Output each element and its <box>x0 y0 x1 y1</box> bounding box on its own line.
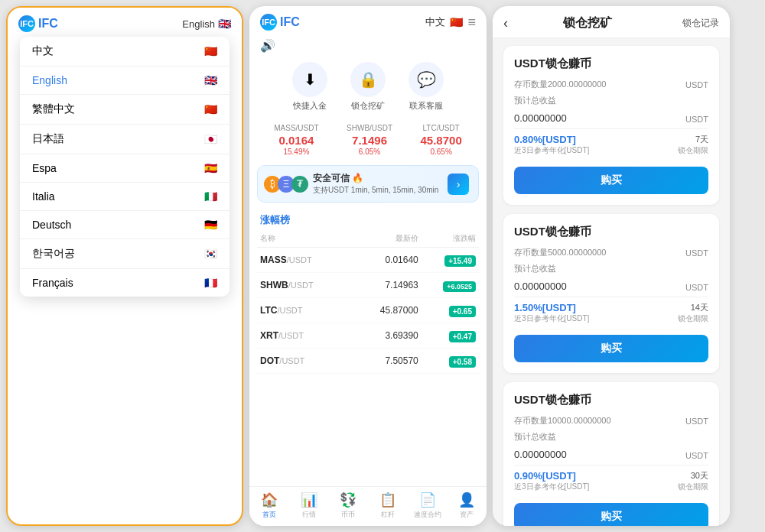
lock-days-block-1: 7天 锁仓期限 <box>678 134 708 156</box>
phone2-bottom-nav: 🏠 首页 📊 行情 💱 币币 📋 杠杆 📄 速度合约 <box>249 486 487 526</box>
dropdown-item-english[interactable]: English 🇬🇧 <box>20 66 230 95</box>
dropdown-item-italian[interactable]: Italia 🇮🇹 <box>20 183 230 211</box>
phone-1: IFC IFC English 🇬🇧 中文 🇨🇳 English 🇬🇧 <box>6 6 243 526</box>
lock-detail-row-2: 0.00000000 USDT <box>514 281 708 292</box>
lock-rate-block-2: 1.50%[USDT] 近3日参考年化[USDT] <box>514 302 589 324</box>
lock-detail-row-3: 0.00000000 USDT <box>514 449 708 460</box>
phone2-content: 🔊 ⬇ 快捷入金 🔒 锁仓挖矿 💬 联系客服 <box>249 35 487 526</box>
dropdown-item-trad-chinese[interactable]: 繁體中文 🇨🇳 <box>20 95 230 125</box>
table-row[interactable]: DOT/USDT 7.50570 +0.58 <box>257 349 479 374</box>
action-contact[interactable]: 💬 联系客服 <box>409 62 444 112</box>
markets-icon: 📊 <box>301 491 317 508</box>
action-quick-deposit[interactable]: ⬇ 快捷入金 <box>292 62 327 112</box>
phone2-logo-icon: IFC <box>260 14 277 31</box>
dropdown-item-spanish[interactable]: Espa 🇪🇸 <box>20 154 230 183</box>
nav-contract[interactable]: 📄 速度合约 <box>408 491 448 520</box>
lock-deposit-row-3: 存币数量10000.00000000 USDT <box>514 415 708 427</box>
phone1-dropdown: 中文 🇨🇳 English 🇬🇧 繁體中文 🇨🇳 日本語 🇯🇵 Espa <box>8 37 242 524</box>
contract-icon: 📄 <box>419 491 436 508</box>
assets-icon: 👤 <box>458 491 475 508</box>
table-row[interactable]: SHWB/USDT 7.14963 +6.0525 <box>257 273 479 298</box>
lock-card-1: USDT锁仓赚币 存币数量2000.00000000 USDT 预计总收益 0.… <box>503 46 719 205</box>
dropdown-item-korean[interactable]: 한국어공 🇰🇷 <box>20 239 230 269</box>
buy-button-2[interactable]: 购买 <box>514 335 708 362</box>
dropdown-item-zhongwen[interactable]: 中文 🇨🇳 <box>20 37 230 66</box>
lock-days-block-3: 30天 锁仓期限 <box>678 470 708 492</box>
banner-left: ₿ Ξ ₮ 安全可信 🔥 支持USDT 1min, 5min, 15min, 3… <box>267 172 438 196</box>
lock-rate-row-1: 0.80%[USDT] 近3日参考年化[USDT] 7天 锁仓期限 <box>514 134 708 156</box>
nav-home[interactable]: 🏠 首页 <box>249 491 289 520</box>
lock-detail-row-1: 0.00000000 USDT <box>514 112 708 124</box>
phone2-body: 🔊 ⬇ 快捷入金 🔒 锁仓挖矿 💬 联系客服 <box>249 35 487 486</box>
phone2-market-row: MASS/USDT 0.0164 15.49% SHWB/USDT 7.1496… <box>249 119 487 161</box>
phone2-table: 涨幅榜 名称 最新价 涨跌幅 MASS/USDT 0.01640 +15.49 … <box>249 207 487 374</box>
nav-markets[interactable]: 📊 行情 <box>289 491 329 520</box>
market-shwb: SHWB/USDT 7.1496 6.05% <box>347 124 392 156</box>
banner-coins: ₿ Ξ ₮ <box>267 176 308 193</box>
usdt-coin: ₮ <box>291 176 308 193</box>
phone2-banner: ₿ Ξ ₮ 安全可信 🔥 支持USDT 1min, 5min, 15min, 3… <box>257 165 479 203</box>
table-row[interactable]: XRT/USDT 3.69390 +0.47 <box>257 323 479 349</box>
lock-rate-row-2: 1.50%[USDT] 近3日参考年化[USDT] 14天 锁仓期限 <box>514 302 708 324</box>
nav-lever[interactable]: 📋 杠杆 <box>368 491 408 520</box>
lock-deposit-row-2: 存币数量5000.00000000 USDT <box>514 247 708 258</box>
phone2-table-header: 名称 最新价 涨跌幅 <box>257 230 479 248</box>
phone2-logo: IFC IFC <box>260 14 300 31</box>
phone1-lang-selector[interactable]: English 🇬🇧 <box>182 18 231 30</box>
lock-card-3: USDT锁仓赚币 存币数量10000.00000000 USDT 预计总收益 0… <box>503 382 719 526</box>
dropdown-item-french[interactable]: Français 🇫🇷 <box>20 269 230 297</box>
deposit-icon: ⬇ <box>292 62 327 97</box>
phone3-header: ‹ 锁仓挖矿 锁仓记录 <box>493 6 730 38</box>
lock-days-block-2: 14天 锁仓期限 <box>678 302 708 324</box>
action-lock-mining[interactable]: 🔒 锁仓挖矿 <box>350 62 386 112</box>
lever-icon: 📋 <box>379 491 396 508</box>
home-icon: 🏠 <box>261 491 278 508</box>
menu-icon[interactable]: ≡ <box>467 15 476 31</box>
table-row[interactable]: MASS/USDT 0.01640 +15.49 <box>257 248 479 273</box>
lock-icon: 🔒 <box>350 62 386 97</box>
phone2-quick-actions: ⬇ 快捷入金 🔒 锁仓挖矿 💬 联系客服 <box>249 56 487 119</box>
banner-text-block: 安全可信 🔥 支持USDT 1min, 5min, 15min, 30min <box>313 172 438 196</box>
lock-rate-block-1: 0.80%[USDT] 近3日参考年化[USDT] <box>514 134 589 156</box>
phone3-body: USDT锁仓赚币 存币数量2000.00000000 USDT 预计总收益 0.… <box>493 38 730 526</box>
speaker-icon: 🔊 <box>260 38 275 53</box>
market-ltc: LTC/USDT 45.8700 0.65% <box>421 124 462 156</box>
lock-rate-block-3: 0.90%[USDT] 近3日参考年化[USDT] <box>514 470 589 492</box>
back-button[interactable]: ‹ <box>503 15 508 31</box>
phone1-header: IFC IFC English 🇬🇧 <box>8 8 242 37</box>
banner-arrow[interactable]: › <box>448 174 469 195</box>
buy-button-1[interactable]: 购买 <box>514 167 708 194</box>
phone-3: ‹ 锁仓挖矿 锁仓记录 USDT锁仓赚币 存币数量2000.00000000 U… <box>493 6 730 526</box>
nav-exchange[interactable]: 💱 币币 <box>328 491 368 520</box>
speaker-row: 🔊 <box>249 35 487 56</box>
phone2-header: IFC IFC 中文 🇨🇳 ≡ <box>249 6 487 35</box>
table-row[interactable]: LTC/USDT 45.87000 +0.65 <box>257 298 479 323</box>
lock-rate-row-3: 0.90%[USDT] 近3日参考年化[USDT] 30天 锁仓期限 <box>514 470 708 492</box>
nav-assets[interactable]: 👤 资产 <box>447 491 487 520</box>
exchange-icon: 💱 <box>340 491 356 508</box>
phone-2: IFC IFC 中文 🇨🇳 ≡ 🔊 ⬇ 快捷入金 <box>249 6 487 526</box>
dropdown-item-german[interactable]: Deutsch 🇩🇪 <box>20 211 230 239</box>
buy-button-3[interactable]: 购买 <box>514 503 708 526</box>
market-mass: MASS/USDT 0.0164 15.49% <box>274 124 318 156</box>
lock-card-2: USDT锁仓赚币 存币数量5000.00000000 USDT 预计总收益 0.… <box>503 214 719 373</box>
lock-deposit-row-1: 存币数量2000.00000000 USDT <box>514 79 708 90</box>
dropdown-menu: 中文 🇨🇳 English 🇬🇧 繁體中文 🇨🇳 日本語 🇯🇵 Espa <box>20 37 230 297</box>
phone2-header-right: 中文 🇨🇳 ≡ <box>425 15 476 31</box>
phone1-logo: IFC IFC <box>18 15 58 32</box>
contact-icon: 💬 <box>409 62 444 97</box>
phone1-logo-icon: IFC <box>18 15 35 32</box>
dropdown-item-japanese[interactable]: 日本語 🇯🇵 <box>20 125 230 154</box>
